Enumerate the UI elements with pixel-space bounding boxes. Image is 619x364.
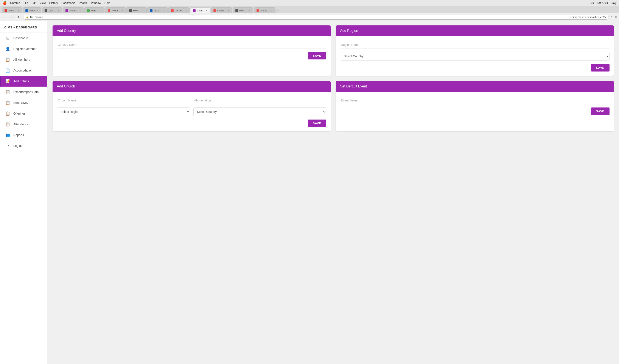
add-church-body: Select Region Select Country SAVE: [53, 92, 331, 131]
forward-button[interactable]: →: [9, 15, 15, 20]
sidebar-label-export: Export/Import Data: [13, 90, 39, 94]
set-default-event-save-button[interactable]: SAVE: [591, 108, 609, 115]
add-country-body: SAVE: [53, 36, 331, 64]
country-name-input[interactable]: [57, 41, 326, 48]
tab-close-moch[interactable]: ✕: [249, 9, 251, 12]
church-name-input[interactable]: [57, 97, 190, 104]
tab-webn[interactable]: Webn... ✕: [63, 7, 84, 13]
tab-git[interactable]: Git Re... ✕: [168, 7, 190, 13]
mac-view-label: View: [40, 1, 46, 4]
sidebar-item-logout[interactable]: → Log out: [0, 140, 47, 151]
bookmark-icon[interactable]: ☆: [610, 15, 613, 19]
mac-file-label: File: [24, 1, 28, 4]
tab-favicon-webn: [66, 9, 68, 12]
extension-icon[interactable]: ⊕: [615, 15, 617, 19]
tab-cpanel2[interactable]: cPane... ✕: [254, 7, 275, 13]
sidebar-item-accomodation[interactable]: 📄 Accomodation: [0, 65, 47, 76]
tab-favicon-mara: [87, 9, 90, 12]
tab-favicon-inbox: [25, 9, 28, 12]
tab-visual[interactable]: Visua... ✕: [147, 7, 168, 13]
tab-favicon-cpanel1: [213, 9, 216, 12]
sidebar-item-reports[interactable]: 👥 Reports: [0, 130, 47, 140]
tab-cpanel1[interactable]: cPane... ✕: [211, 7, 232, 13]
tab-close-mobil[interactable]: ✕: [18, 9, 19, 12]
tab-react[interactable]: React... ✕: [105, 7, 126, 13]
add-entries-icon: 📝: [5, 79, 10, 84]
sidebar-item-sms[interactable]: 📋 Send SMS: [0, 97, 47, 108]
accomodation-icon: 📄: [5, 68, 10, 73]
sidebar-label-register: Register Member: [13, 47, 36, 51]
region-country-select[interactable]: Select Country: [340, 52, 609, 60]
tab-label-webn: Webn...: [69, 9, 78, 12]
tab-close-visual[interactable]: ✕: [163, 9, 165, 12]
tab-close-church[interactable]: ✕: [206, 9, 207, 12]
address-bar[interactable]: 🔒 Not Secure | cims.dtcstz.com/dashboard…: [23, 15, 609, 20]
tab-favicon-react: [108, 9, 110, 12]
tab-dash[interactable]: Dash... ✕: [42, 7, 62, 13]
sidebar-item-members[interactable]: 📋 All Members: [0, 54, 47, 65]
event-name-input[interactable]: [340, 97, 609, 104]
offerings-icon: 📋: [5, 111, 10, 116]
mac-bookmarks-label: Bookmarks: [61, 1, 75, 4]
tab-welc[interactable]: Welc... ✕: [127, 7, 146, 13]
tab-favicon-cpanel2: [256, 9, 259, 12]
church-region-select[interactable]: Select Region: [57, 108, 190, 116]
tab-inbox[interactable]: Inbox ✕: [23, 7, 41, 13]
tab-favicon-visual: [150, 9, 153, 12]
sidebar-item-attendance[interactable]: 📋 Attendance: [0, 119, 47, 130]
tab-label-mara: Mara...: [91, 9, 98, 12]
tab-close-git[interactable]: ✕: [185, 9, 187, 12]
tab-close-react[interactable]: ✕: [122, 9, 123, 12]
mac-edit-label: Edit: [31, 1, 36, 4]
mac-help-label: Help: [104, 1, 110, 4]
church-abbreviation-input[interactable]: [193, 97, 326, 104]
tab-favicon-dash: [45, 9, 47, 12]
tab-close-dash[interactable]: ✕: [58, 9, 59, 12]
region-name-input[interactable]: [340, 41, 609, 48]
back-button[interactable]: ←: [2, 15, 8, 20]
tab-close-webn[interactable]: ✕: [79, 9, 81, 12]
tab-close-cpanel1[interactable]: ✕: [228, 9, 229, 12]
add-region-save-button[interactable]: SAVE: [591, 64, 609, 71]
add-church-card: Add Church Select Region Select Country: [53, 81, 331, 131]
mac-bar-right: 5% Sat 22:04 Davy: [591, 1, 616, 4]
add-country-header: Add Country: [53, 25, 331, 36]
add-country-card: Add Country SAVE: [53, 25, 331, 76]
sidebar-item-offerings[interactable]: 📋 Offerings: [0, 108, 47, 119]
tab-mara[interactable]: Mara... ✕: [84, 7, 104, 13]
sidebar-item-dashboard[interactable]: ⊞ Dashboard: [0, 33, 47, 43]
add-region-body: Select Country SAVE: [336, 36, 614, 76]
address-url: cims.dtcstz.com/dashboard2#: [572, 16, 606, 19]
main-content: Add Country SAVE Add Region Select Count…: [47, 21, 619, 364]
register-icon: 👤: [5, 46, 10, 51]
tab-label-welc: Welc...: [133, 9, 140, 12]
church-country-select[interactable]: Select Country: [193, 108, 326, 116]
tab-label-visual: Visua...: [154, 9, 162, 12]
reports-icon: 👥: [5, 133, 10, 137]
tab-close-mara[interactable]: ✕: [100, 9, 102, 12]
tab-label-cpanel2: cPane...: [260, 9, 269, 12]
sidebar-item-add-entries[interactable]: 📝 Add Entries: [0, 76, 47, 87]
add-country-save-button[interactable]: SAVE: [308, 52, 326, 59]
tab-label-git: Git Re...: [175, 9, 183, 12]
sidebar-label-accomodation: Accomodation: [13, 69, 32, 72]
sidebar-item-register[interactable]: 👤 Register Member: [0, 43, 47, 54]
tab-moch[interactable]: moch... ✕: [233, 7, 253, 13]
tab-close-cpanel2[interactable]: ✕: [271, 9, 273, 12]
add-church-save-button[interactable]: SAVE: [308, 120, 326, 127]
tab-mobil[interactable]: Mobil... ✕: [2, 7, 22, 13]
members-icon: 📋: [5, 57, 10, 62]
tab-favicon-church: [193, 9, 196, 12]
tab-close-inbox[interactable]: ✕: [37, 9, 39, 12]
tab-favicon-moch: [235, 9, 238, 12]
tab-church[interactable]: Chur... ✕: [190, 7, 210, 13]
new-tab-button[interactable]: +: [276, 8, 280, 13]
tab-close-welc[interactable]: ✕: [142, 9, 144, 12]
nav-action-icons: ☆ ⊕: [610, 15, 617, 19]
attendance-icon: 📋: [5, 122, 10, 127]
mac-battery: 5%: [591, 1, 594, 4]
refresh-button[interactable]: ↻: [16, 15, 22, 20]
sidebar-item-export[interactable]: 📋 Export/Import Data: [0, 87, 47, 97]
logout-icon: →: [5, 143, 10, 148]
mac-window-label: Window: [91, 1, 101, 4]
